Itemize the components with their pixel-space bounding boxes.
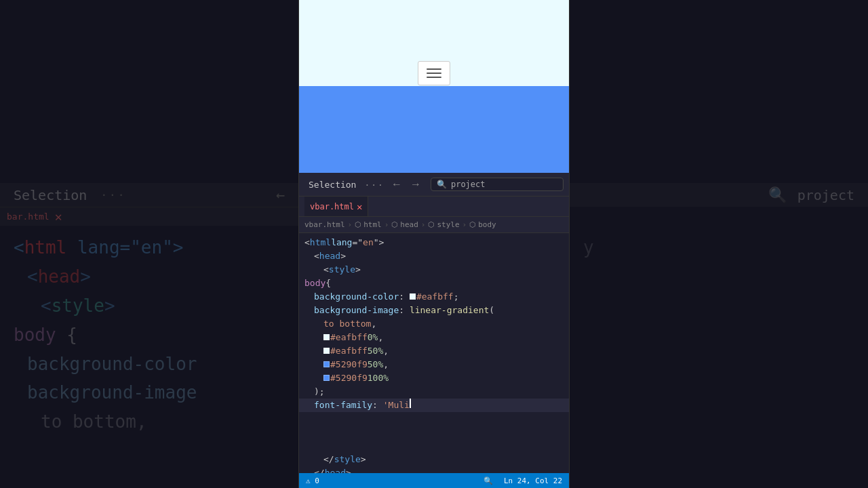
editor-toolbar: Selection ··· ← → 🔍 project [299, 173, 569, 197]
back-button[interactable]: ← [389, 177, 405, 192]
bg-code-line3: <style> [14, 291, 285, 321]
code-line-4: body { [299, 277, 569, 290]
bg-project-label: project [797, 187, 854, 203]
hamburger-line-2 [427, 73, 441, 74]
bg-search-icon: 🔍 [768, 186, 787, 203]
bg-code-line7: to bottom, [14, 407, 285, 436]
bc-file: vbar.html [304, 220, 345, 229]
center-editor: Selection ··· ← → 🔍 project vbar.html ✕ … [298, 0, 570, 488]
code-line-2: <head> [299, 249, 569, 263]
breadcrumb-item-2: ⬡ head [391, 220, 418, 229]
code-line-empty-3 [299, 439, 569, 453]
status-search-icon: 🔍 [484, 476, 493, 485]
preview-area [299, 0, 569, 173]
status-right: 🔍 Ln 24, Col 22 [484, 476, 562, 485]
bc-sep-1: › [384, 220, 389, 229]
text-cursor [410, 399, 411, 408]
bg-code-line4: body { [14, 321, 285, 350]
bg-dots: ··· [100, 188, 126, 201]
breadcrumb-item-4: ⬡ body [469, 220, 496, 229]
code-line-15: </head> [299, 466, 569, 473]
bc-sep-0: › [348, 220, 353, 229]
tab-bar: vbar.html ✕ [299, 197, 569, 217]
code-line-1: <html lang="en"> [299, 236, 569, 249]
selection-label[interactable]: Selection [304, 178, 360, 191]
code-line-empty-1 [299, 412, 569, 426]
color-swatch-2 [323, 334, 330, 340]
bc-body-icon: ⬡ [469, 220, 476, 229]
color-swatch-3 [323, 348, 330, 354]
code-editor[interactable]: <html lang="en"> <head> <style> body { b… [299, 233, 569, 473]
bg-tab-filename: bar.html [7, 211, 50, 222]
bg-code-line1: <html lang="en"> [14, 233, 285, 262]
hamburger-line-1 [427, 68, 441, 70]
tab-item[interactable]: vbar.html ✕ [304, 197, 368, 216]
breadcrumb-item-1: ⬡ html [355, 220, 382, 229]
breadcrumb-bar: vbar.html › ⬡ html › ⬡ head › ⬡ style › … [299, 217, 569, 233]
bg-back-arrow: ← [276, 186, 285, 203]
search-icon: 🔍 [437, 180, 447, 189]
status-position: Ln 24, Col 22 [504, 476, 562, 485]
code-line-12: ); [299, 385, 569, 399]
code-line-6: background-image: linear-gradient( [299, 304, 569, 317]
bc-style-label: style [437, 220, 459, 229]
code-line-5: background-color: #eafbff; [299, 290, 569, 304]
toolbar-dots[interactable]: ··· [364, 180, 384, 190]
bg-right-panel: 🔍 project y [570, 0, 868, 488]
search-text: project [451, 180, 486, 189]
code-line-empty-2 [299, 426, 569, 439]
bc-html-label: html [363, 220, 382, 229]
bg-r-line1: y [583, 233, 854, 262]
status-bar: ⚠ 0 🔍 Ln 24, Col 22 [299, 473, 569, 488]
bg-left-panel: Selection ··· ← bar.html ✕ <html lang="e… [0, 0, 298, 488]
code-line-10: #5290f9 50%, [299, 358, 569, 371]
code-line-7: to bottom, [299, 317, 569, 331]
code-line-13: font-family: 'Muli [299, 399, 569, 412]
bc-style-icon: ⬡ [428, 220, 435, 229]
bg-code-line5: background-color [14, 350, 285, 379]
color-swatch-1 [410, 293, 416, 300]
bc-head-label: head [400, 220, 418, 229]
toolbar-nav: ← → [389, 177, 424, 192]
hamburger-line-3 [427, 77, 441, 78]
bc-html-icon: ⬡ [355, 220, 361, 229]
code-line-8: #eafbff 0%, [299, 331, 569, 344]
bg-code-line2: <head> [14, 262, 285, 291]
status-errors: ⚠ 0 [306, 476, 319, 485]
bg-r-line2 [583, 262, 854, 291]
hamburger-button[interactable] [418, 61, 450, 85]
bc-sep-2: › [421, 220, 426, 229]
tab-filename: vbar.html [310, 202, 354, 211]
forward-button[interactable]: → [408, 177, 424, 192]
breadcrumb-item-3: ⬡ style [428, 220, 459, 229]
search-box[interactable]: 🔍 project [431, 178, 564, 191]
bc-sep-3: › [462, 220, 467, 229]
breadcrumb-item-0: vbar.html [304, 220, 345, 229]
code-line-14: </style> [299, 453, 569, 466]
bg-selection-label: Selection [14, 187, 87, 203]
color-swatch-5 [323, 375, 330, 381]
code-line-3: <style> [299, 263, 569, 277]
bg-r-line3 [583, 291, 854, 321]
bg-close-icon: ✕ [55, 209, 62, 224]
status-left: ⚠ 0 [306, 476, 319, 485]
color-swatch-4 [323, 361, 330, 367]
hamburger-lines [427, 68, 441, 78]
bc-head-icon: ⬡ [391, 220, 398, 229]
bc-body-label: body [478, 220, 496, 229]
tab-close-icon[interactable]: ✕ [357, 201, 362, 212]
bg-code-line6: background-image [14, 378, 285, 407]
code-line-9: #eafbff 50%, [299, 344, 569, 358]
code-line-11: #5290f9 100% [299, 371, 569, 385]
